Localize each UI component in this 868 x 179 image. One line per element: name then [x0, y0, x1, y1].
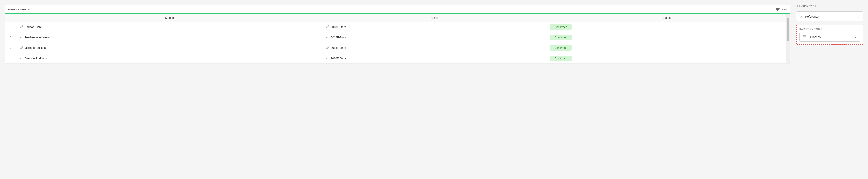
student-cell[interactable]: Raddon, Care — [17, 22, 323, 32]
filter-icon[interactable] — [775, 8, 780, 11]
class-cell[interactable]: 2018F-Stars — [323, 53, 547, 64]
class-link-icon — [326, 36, 329, 39]
svg-point-5 — [785, 9, 786, 10]
class-link-icon — [326, 46, 329, 49]
class-name: 2018F-Stars — [331, 36, 346, 39]
table-row[interactable]: 3 McBryde, Julietta 2018F-Stars — [5, 43, 786, 53]
row-index: 4 — [5, 53, 17, 64]
row-index: 3 — [5, 43, 17, 53]
status-cell: Confirmed — [547, 22, 786, 32]
chevron-down-icon: ⌄ — [858, 15, 860, 18]
status-cell: Confirmed — [547, 43, 786, 53]
classes-label: Classes — [810, 35, 820, 39]
status-cell: Confirmed — [547, 53, 786, 64]
student-name: Raddon, Care — [25, 25, 42, 29]
column-type-title: COLUMN TYPE — [796, 5, 863, 7]
student-name: McBryde, Julietta — [25, 46, 46, 49]
class-link-icon — [326, 57, 329, 60]
enrollments-table: Student Class Status 1 — [5, 14, 786, 64]
classes-dropdown-left: Classes — [803, 35, 820, 39]
header-actions — [775, 8, 786, 11]
reference-dropdown-left: Reference — [800, 14, 819, 19]
student-link-icon — [20, 57, 23, 60]
class-name: 2018F-Stars — [331, 57, 346, 60]
status-badge: Confirmed — [550, 45, 572, 50]
classes-dropdown[interactable]: Classes ⌄ — [799, 32, 860, 41]
status-column-header[interactable]: Status — [547, 14, 786, 22]
student-cell[interactable]: McBryde, Julietta — [17, 43, 323, 53]
svg-point-4 — [784, 9, 785, 10]
class-name: 2018F-Stars — [331, 46, 346, 49]
status-badge: Confirmed — [550, 35, 572, 40]
student-link-icon — [20, 46, 23, 49]
table-row[interactable]: 2 Featherstone, Nesta 2018F-Sta — [5, 32, 786, 43]
class-cell[interactable]: 2018F-Stars — [323, 22, 547, 32]
row-index: 2 — [5, 32, 17, 43]
data-from-table-section: DATA FROM TABLE Classes ⌄ — [796, 25, 863, 45]
status-cell: Confirmed — [547, 32, 786, 43]
student-cell[interactable]: Featherstone, Nesta — [17, 32, 323, 43]
table-row[interactable]: 1 Raddon, Care 2018F-Stars — [5, 22, 786, 32]
class-name: 2018F-Stars — [331, 25, 346, 29]
scrollbar[interactable] — [786, 14, 790, 64]
scrollbar-thumb[interactable] — [787, 18, 789, 41]
class-link-icon — [326, 25, 329, 29]
class-column-header[interactable]: Class — [323, 14, 547, 22]
panel-header: ENROLLMENTS — [5, 5, 790, 13]
table-row[interactable]: 4 Glasson, Ladonna 2018F-Stars — [5, 53, 786, 64]
classes-chevron-down-icon: ⌄ — [855, 35, 857, 38]
link-icon — [800, 14, 803, 19]
status-badge: Confirmed — [550, 56, 572, 61]
class-cell[interactable]: 2018F-Stars — [323, 32, 547, 43]
student-name: Glasson, Ladonna — [25, 57, 47, 60]
student-name: Featherstone, Nesta — [25, 36, 50, 39]
more-options-icon[interactable] — [782, 9, 786, 10]
student-cell[interactable]: Glasson, Ladonna — [17, 53, 323, 64]
right-panel: COLUMN TYPE Reference ⌄ DATA FROM TABLE — [796, 5, 863, 45]
row-number-header — [5, 14, 17, 22]
student-link-icon — [20, 25, 23, 29]
svg-point-3 — [782, 9, 783, 10]
status-badge: Confirmed — [550, 24, 572, 30]
student-link-icon — [20, 36, 23, 39]
svg-rect-6 — [803, 35, 806, 38]
reference-label: Reference — [805, 15, 819, 18]
data-from-table-label: DATA FROM TABLE — [799, 28, 860, 30]
student-column-header[interactable]: Student — [17, 14, 323, 22]
row-index: 1 — [5, 22, 17, 32]
enrollments-panel: ENROLLMENTS — [5, 5, 790, 64]
table-icon — [803, 35, 806, 39]
reference-dropdown[interactable]: Reference ⌄ — [796, 11, 863, 22]
class-cell[interactable]: 2018F-Stars — [323, 43, 547, 53]
panel-title: ENROLLMENTS — [8, 8, 30, 11]
